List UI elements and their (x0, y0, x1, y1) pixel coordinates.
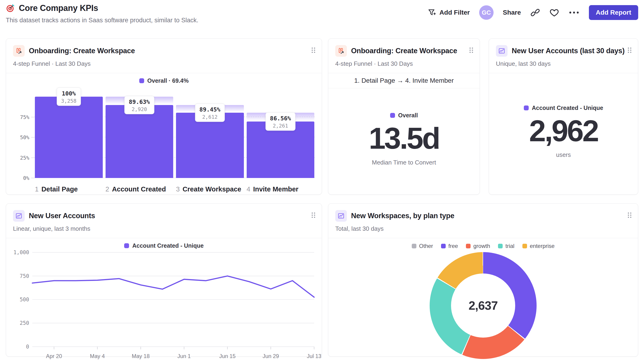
drag-handle-icon[interactable] (311, 212, 316, 219)
y-tick-label: 0% (23, 175, 30, 181)
legend-label: free (448, 243, 458, 249)
line-chart-icon (13, 210, 25, 222)
legend-swatch (524, 105, 529, 110)
y-tick (31, 178, 34, 178)
card-onboarding-funnel: Onboarding: Create Workspace 4-step Funn… (6, 38, 322, 195)
drag-handle-icon[interactable] (627, 47, 632, 54)
legend-item[interactable]: Account Created - Unique (524, 105, 603, 113)
metric-caption: Median Time to Convert (372, 159, 436, 166)
donut-center-value: 2,637 (468, 299, 498, 313)
step-name: Create Workspace (182, 185, 241, 193)
add-report-button[interactable]: Add Report (589, 5, 638, 20)
page-title: Core Company KPIs (19, 3, 98, 13)
x-tick-label: Jun 1 (178, 353, 191, 359)
funnel-bar[interactable] (106, 105, 174, 178)
funnel-bar[interactable] (35, 97, 103, 178)
donut-hole: 2,637 (451, 274, 515, 338)
step-name: Detail Page (42, 185, 78, 193)
y-tick-label: 0 (26, 344, 29, 350)
legend-item-free[interactable]: free (441, 243, 458, 249)
card-title[interactable]: New User Accounts (last 30 days) (512, 47, 624, 55)
step-count: 2,612 (200, 114, 220, 120)
legend-swatch (412, 244, 416, 248)
x-tick-label: May 4 (90, 353, 105, 359)
funnel-bars: 100%3,25889.63%2,92089.45%2,61286.56%2,2… (34, 97, 315, 178)
funnel-step-label: 4Invite Member (247, 185, 314, 193)
legend-item-enterprise[interactable]: enterprise (522, 243, 555, 249)
step-conversion-pct: 89.45% (200, 106, 220, 113)
avatar[interactable]: GC (479, 5, 494, 20)
pie-legend: Otherfreegrowthtrialenterprise (328, 238, 638, 250)
legend-item-trial[interactable]: trial (498, 243, 514, 249)
y-tick (31, 137, 34, 138)
step-number: 4 (247, 185, 250, 193)
funnel-bar[interactable] (176, 113, 244, 178)
card-median-time-to-convert: Onboarding: Create Workspace 4-step Funn… (328, 38, 480, 195)
share-label: Share (503, 9, 521, 16)
drag-handle-icon[interactable] (311, 47, 316, 54)
card-title[interactable]: Onboarding: Create Workspace (29, 47, 135, 55)
line-chart-icon (496, 45, 508, 57)
share-button[interactable]: Share (503, 9, 521, 16)
legend-item[interactable]: Overall · 69.4% (6, 73, 322, 86)
funnel-bar-step-2[interactable]: 89.63%2,920 (106, 97, 174, 178)
legend-label: Overall (398, 112, 418, 119)
funnel-plot[interactable]: 100%3,25889.63%2,92089.45%2,61286.56%2,2… (34, 97, 315, 178)
legend-label: enterprise (530, 243, 555, 249)
metric-value: 13.5d (369, 122, 439, 154)
donut-chart[interactable]: 2,637 (328, 250, 638, 359)
legend-swatch (139, 78, 144, 83)
legend-item-growth[interactable]: growth (466, 243, 490, 249)
link-icon (530, 8, 540, 17)
x-tick-label: Jul 13 (307, 353, 322, 359)
card-new-workspaces-by-plan: New Workspaces, by plan type Total, last… (328, 203, 638, 357)
card-title[interactable]: New Workspaces, by plan type (351, 212, 454, 220)
metric-block: Overall 13.5d Median Time to Convert (328, 88, 480, 194)
x-tick-label: May 18 (132, 353, 150, 359)
legend-label: trial (506, 243, 514, 249)
line-series[interactable] (32, 276, 314, 297)
legend-swatch (498, 244, 503, 248)
step-number: 3 (176, 185, 180, 193)
page-header-left: Core Company KPIs This dataset tracks ac… (6, 3, 198, 24)
step-name: Account Created (112, 185, 166, 193)
legend-swatch (522, 244, 527, 248)
funnel-value-label: 100%3,258 (57, 88, 81, 106)
step-conversion-pct: 86.56% (270, 115, 291, 122)
card-title[interactable]: New User Accounts (29, 212, 95, 220)
drag-handle-icon[interactable] (627, 212, 632, 219)
more-button[interactable] (568, 11, 580, 14)
step-conversion-pct: 100% (61, 90, 76, 97)
line-chart-svg[interactable]: 02505007501,000Apr 20May 4May 18Jun 1Jun… (13, 252, 315, 360)
funnel-value-label: 89.63%2,920 (124, 96, 154, 114)
add-filter-button[interactable]: Add Filter (428, 8, 470, 17)
step-count: 2,261 (270, 123, 291, 129)
y-tick-label: 1,000 (14, 249, 29, 255)
favorite-button[interactable] (550, 8, 559, 17)
legend-item[interactable]: Overall (390, 112, 418, 120)
legend-item-other[interactable]: Other (412, 243, 433, 249)
funnel-chart[interactable]: 0%25%50%75% 100%3,25889.63%2,92089.45%2,… (6, 97, 322, 193)
line-chart[interactable]: 02505007501,000Apr 20May 4May 18Jun 1Jun… (6, 251, 322, 360)
drag-handle-icon[interactable] (469, 47, 474, 54)
funnel-bar-step-3[interactable]: 89.45%2,612 (176, 97, 244, 178)
funnel-step-label: 1Detail Page (35, 185, 103, 193)
funnel-bar-step-4[interactable]: 86.56%2,261 (247, 97, 314, 178)
donut-ring[interactable]: 2,637 (430, 252, 536, 359)
heart-icon (550, 8, 559, 17)
page-header: Core Company KPIs This dataset tracks ac… (6, 3, 638, 24)
funnel-bar-step-1[interactable]: 100%3,258 (35, 97, 103, 178)
y-tick-label: 25% (20, 155, 29, 161)
legend-item[interactable]: Account Created - Unique (6, 238, 322, 251)
y-tick-label: 250 (20, 320, 29, 326)
x-tick-label: Apr 20 (46, 353, 62, 359)
dashboard-page: Core Company KPIs This dataset tracks ac… (0, 0, 644, 362)
y-tick (31, 158, 34, 158)
metric-block: Account Created - Unique 2,962 users (489, 73, 638, 194)
copy-link-button[interactable] (530, 8, 540, 17)
card-title[interactable]: Onboarding: Create Workspace (351, 47, 457, 55)
funnel-x-axis: 1Detail Page2Account Created3Create Work… (34, 185, 315, 193)
card-subtitle: Total, last 30 days (335, 225, 631, 232)
funnel-value-label: 89.45%2,612 (195, 104, 225, 122)
ellipsis-icon (568, 11, 580, 14)
